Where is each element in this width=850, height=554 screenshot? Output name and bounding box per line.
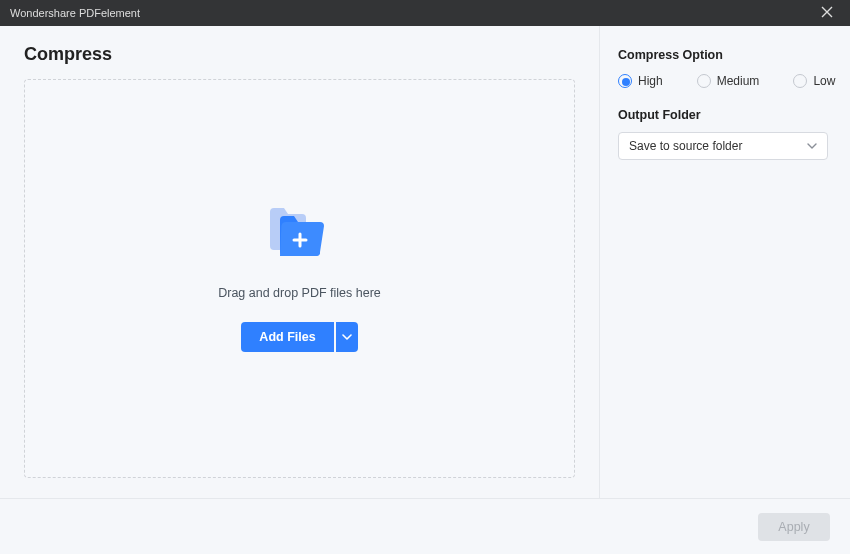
radio-medium[interactable]: Medium (697, 74, 760, 88)
page-title: Compress (24, 44, 575, 65)
left-panel: Compress Drag and drop PDF files here Ad… (0, 26, 600, 554)
close-icon[interactable] (814, 5, 840, 21)
chevron-down-icon (807, 141, 817, 151)
title-bar: Wondershare PDFelement (0, 0, 850, 26)
add-files-dropdown-button[interactable] (336, 322, 358, 352)
window-title: Wondershare PDFelement (10, 7, 814, 19)
radio-medium-label: Medium (717, 74, 760, 88)
compress-option-title: Compress Option (618, 48, 828, 62)
main-body: Compress Drag and drop PDF files here Ad… (0, 26, 850, 554)
add-files-row: Add Files (241, 322, 357, 352)
radio-high-label: High (638, 74, 663, 88)
right-panel: Compress Option High Medium Low Output F… (600, 26, 850, 554)
add-files-button[interactable]: Add Files (241, 322, 333, 352)
output-folder-value: Save to source folder (629, 139, 742, 153)
folder-add-icon (268, 206, 332, 258)
radio-dot-icon (697, 74, 711, 88)
radio-high[interactable]: High (618, 74, 663, 88)
apply-button[interactable]: Apply (758, 513, 830, 541)
output-folder-select[interactable]: Save to source folder (618, 132, 828, 160)
chevron-down-icon (342, 332, 352, 342)
radio-low-label: Low (813, 74, 835, 88)
footer-bar: Apply (0, 498, 850, 554)
output-folder-title: Output Folder (618, 108, 828, 122)
radio-low[interactable]: Low (793, 74, 835, 88)
drop-zone[interactable]: Drag and drop PDF files here Add Files (24, 79, 575, 478)
compress-level-group: High Medium Low (618, 74, 828, 88)
radio-dot-icon (793, 74, 807, 88)
radio-dot-icon (618, 74, 632, 88)
drop-hint: Drag and drop PDF files here (218, 286, 381, 300)
